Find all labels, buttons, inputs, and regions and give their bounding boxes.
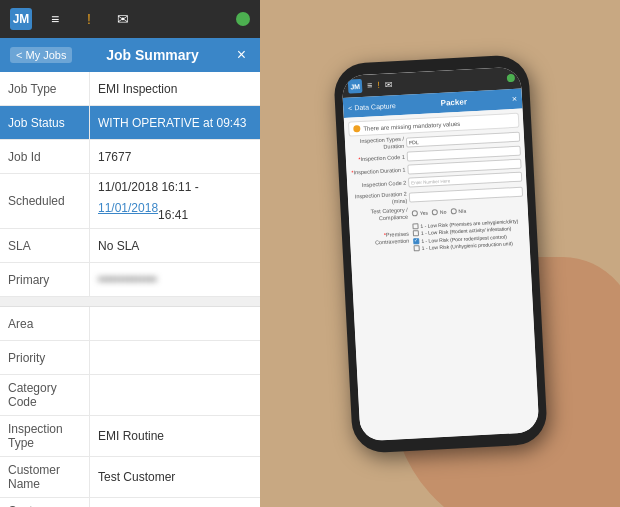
phone-device: JM ≡ ! ✉ < Data Capture Packer × xyxy=(332,54,547,454)
checkbox-3[interactable]: ✓ xyxy=(413,237,419,243)
phone-alert-icon: ! xyxy=(377,79,380,89)
field-value2-2 xyxy=(90,375,260,415)
checkbox-4[interactable] xyxy=(413,245,419,251)
field-value2-1 xyxy=(90,341,260,374)
radio-na-button[interactable] xyxy=(450,208,456,214)
radio-yes[interactable]: Yes xyxy=(411,209,427,216)
field-label2-0: Area xyxy=(0,307,90,340)
phone-content: There are missing mandatory values Inspe… xyxy=(343,108,539,441)
field-label2-2: Category Code xyxy=(0,375,90,415)
menu-icon[interactable]: ≡ xyxy=(44,8,66,30)
phone-container: JM ≡ ! ✉ < Data Capture Packer × xyxy=(343,59,538,449)
field-label2-3: Inspection Type xyxy=(0,416,90,456)
right-panel: JM ≡ ! ✉ < Data Capture Packer × xyxy=(260,0,620,507)
field-value-4: No SLA xyxy=(90,229,260,262)
back-button[interactable]: < My Jobs xyxy=(10,47,72,63)
field-value-2: 17677 xyxy=(90,140,260,173)
scheduled-link[interactable]: 11/01/2018 xyxy=(98,201,158,215)
field-label-5: Primary xyxy=(0,263,90,296)
job-table: Job TypeEMI InspectionJob StatusWITH OPE… xyxy=(0,72,260,507)
job-row-2-5: Customer Phone•••••••••••• xyxy=(0,498,260,507)
radio-na-label: N/a xyxy=(458,207,466,213)
premises-checkboxes: 1 - Low Risk (Premises are unhygienic/di… xyxy=(412,217,519,251)
radio-no-label: No xyxy=(439,208,446,214)
warning-text: There are missing mandatory values xyxy=(363,120,460,131)
field-value-5: •••••••••••••• xyxy=(90,263,260,296)
field-value2-3: EMI Routine xyxy=(90,416,260,456)
jm-logo-icon[interactable]: JM xyxy=(10,8,32,30)
field-label2-4: Customer Name xyxy=(0,457,90,497)
field-label-4: SLA xyxy=(0,229,90,262)
compliance-radio-group: Yes No N/a xyxy=(411,207,466,216)
radio-yes-label: Yes xyxy=(419,209,427,215)
radio-no-button[interactable] xyxy=(431,209,437,215)
job-row: Scheduled11/01/2018 16:11 - 11/01/201816… xyxy=(0,174,260,229)
field-value2-5: •••••••••••• xyxy=(90,498,260,507)
inspection-types-input[interactable]: FDL xyxy=(405,131,519,147)
checkbox-2[interactable] xyxy=(412,230,418,236)
inspection-code2-label: Inspection Code 2 xyxy=(351,179,406,188)
phone-status-dot xyxy=(506,73,514,81)
test-category-label: Test Category / Compliance xyxy=(352,207,408,223)
mail-icon[interactable]: ✉ xyxy=(112,8,134,30)
field-label-1: Job Status xyxy=(0,106,90,139)
job-row: SLANo SLA xyxy=(0,229,260,263)
form-row-premises: Premises Contravention 1 - Low Risk (Pre… xyxy=(353,217,525,255)
job-row-2-1: Priority xyxy=(0,341,260,375)
field-value2-0 xyxy=(90,307,260,340)
inspection-duration1-label: Inspection Duration 1 xyxy=(350,166,405,175)
inspection-duration2-label: Inspection Duration 2 (mins) xyxy=(351,190,407,206)
premises-label: Premises Contravention xyxy=(353,231,409,247)
left-panel: JM ≡ ! ✉ < My Jobs Job Summary × Job Typ… xyxy=(0,0,260,507)
warning-dot-icon xyxy=(353,125,360,132)
close-button[interactable]: × xyxy=(233,46,250,64)
section-divider xyxy=(0,297,260,307)
job-row-2-4: Customer NameTest Customer xyxy=(0,457,260,498)
field-label2-1: Priority xyxy=(0,341,90,374)
phone-page-title: Packer xyxy=(395,94,511,109)
job-row: Job Id17677 xyxy=(0,140,260,174)
field-label-0: Job Type xyxy=(0,72,90,105)
page-title: Job Summary xyxy=(72,47,232,63)
radio-na[interactable]: N/a xyxy=(450,207,466,214)
checkbox-1[interactable] xyxy=(412,222,418,228)
job-row-2-3: Inspection TypeEMI Routine xyxy=(0,416,260,457)
field-value-3: 11/01/2018 16:11 - 11/01/201816:41 xyxy=(90,174,260,228)
phone-jm-logo: JM xyxy=(347,78,362,93)
phone-menu-icon: ≡ xyxy=(366,80,372,90)
inspection-code1-label: Inspection Code 1 xyxy=(349,153,404,162)
alert-icon[interactable]: ! xyxy=(78,8,100,30)
status-dot-icon xyxy=(236,12,250,26)
phone-close-button[interactable]: × xyxy=(511,93,517,103)
job-row-2-2: Category Code xyxy=(0,375,260,416)
field-value-0: EMI Inspection xyxy=(90,72,260,105)
field-value2-4: Test Customer xyxy=(90,457,260,497)
inspection-duration2-input[interactable] xyxy=(408,186,522,202)
phone-mail-icon: ✉ xyxy=(384,79,393,89)
field-label-3: Scheduled xyxy=(0,174,90,228)
job-row: Job StatusWITH OPERATIVE at 09:43 xyxy=(0,106,260,140)
phone-back-button[interactable]: < Data Capture xyxy=(348,101,396,110)
field-value-1: WITH OPERATIVE at 09:43 xyxy=(90,106,260,139)
radio-no[interactable]: No xyxy=(431,208,446,215)
inspection-types-label: Inspection Types / Duration xyxy=(348,135,404,151)
job-row: Job TypeEMI Inspection xyxy=(0,72,260,106)
top-nav: JM ≡ ! ✉ xyxy=(0,0,260,38)
phone-screen: JM ≡ ! ✉ < Data Capture Packer × xyxy=(341,66,539,441)
job-row-2-0: Area xyxy=(0,307,260,341)
header-bar: < My Jobs Job Summary × xyxy=(0,38,260,72)
radio-yes-button[interactable] xyxy=(411,210,417,216)
field-label2-5: Customer Phone xyxy=(0,498,90,507)
field-label-2: Job Id xyxy=(0,140,90,173)
job-row: Primary•••••••••••••• xyxy=(0,263,260,297)
